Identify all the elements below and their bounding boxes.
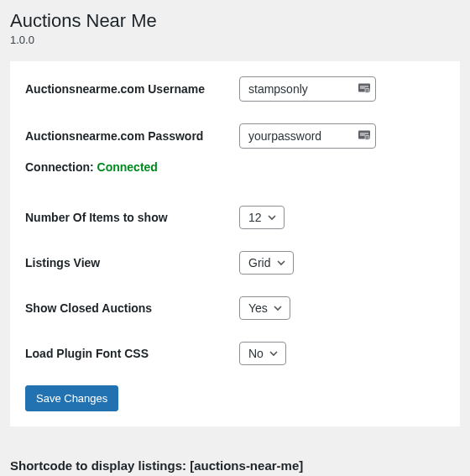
- connection-label: Connection:: [25, 160, 97, 174]
- show-closed-select[interactable]: Yes: [239, 296, 290, 320]
- shortcode-label: Shortcode to display listings:: [10, 458, 190, 473]
- shortcode-value: [auctions-near-me]: [190, 458, 303, 473]
- listings-view-label: Listings View: [25, 256, 239, 269]
- load-font-css-select[interactable]: No: [239, 342, 286, 365]
- username-label: Auctionsnearme.com Username: [25, 82, 239, 96]
- version-text: 1.0.0: [10, 34, 460, 46]
- connection-row: Connection: Connected: [25, 160, 445, 174]
- page-title: Auctions Near Me: [10, 10, 460, 32]
- items-to-show-select[interactable]: 12: [239, 206, 285, 229]
- save-button[interactable]: Save Changes: [25, 385, 118, 411]
- items-to-show-label: Number Of Items to show: [25, 211, 239, 224]
- listings-view-select[interactable]: Grid: [239, 251, 294, 275]
- password-label: Auctionsnearme.com Password: [25, 129, 239, 143]
- connection-status: Connected: [97, 160, 158, 174]
- username-input[interactable]: [239, 76, 376, 102]
- show-closed-label: Show Closed Auctions: [25, 301, 239, 315]
- settings-panel: Auctionsnearme.com Username Auctionsnear…: [10, 61, 460, 426]
- shortcode-row: Shortcode to display listings: [auctions…: [10, 458, 460, 473]
- password-input[interactable]: [239, 123, 376, 149]
- load-font-css-label: Load Plugin Font CSS: [25, 347, 239, 360]
